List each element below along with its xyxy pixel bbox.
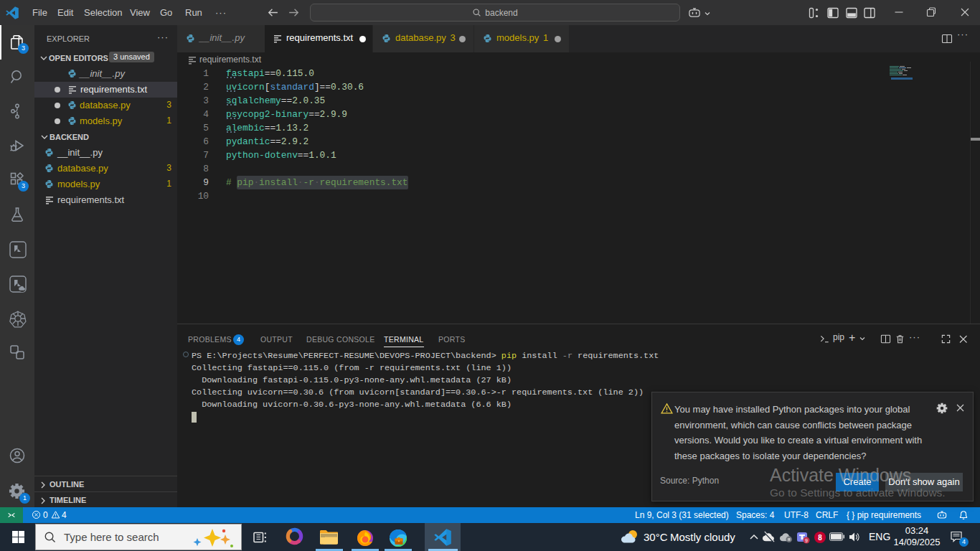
svg-text:9: 9 [805,538,808,543]
svg-text:8: 8 [818,534,822,542]
